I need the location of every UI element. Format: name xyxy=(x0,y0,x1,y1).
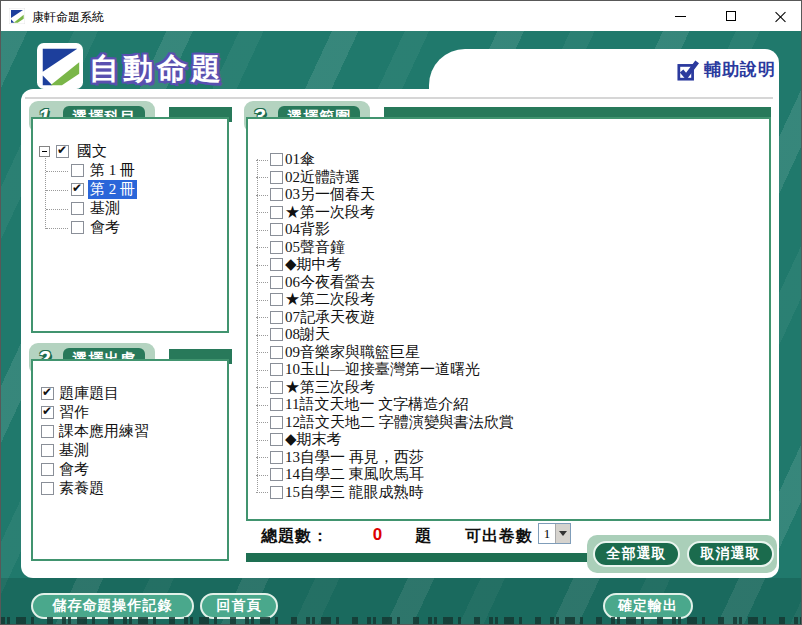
source-option-row[interactable]: 素養題 xyxy=(41,479,221,498)
tree-child-row[interactable]: 第 1 冊 xyxy=(39,161,223,180)
tree-child-label: 第 1 冊 xyxy=(88,161,137,180)
checkbox[interactable] xyxy=(270,223,283,236)
checkbox[interactable] xyxy=(270,381,283,394)
select-all-button[interactable]: 全部選取 xyxy=(593,541,680,567)
range-item-row[interactable]: 05聲音鐘 xyxy=(255,239,763,257)
range-item-row[interactable]: 11語文天地一 文字構造介紹 xyxy=(255,396,763,414)
tree-child-row[interactable]: 第 2 冊 xyxy=(39,180,223,199)
checkbox[interactable] xyxy=(41,387,54,400)
tree-root-row[interactable]: 國文 xyxy=(39,141,223,161)
source-option-row[interactable]: 基測 xyxy=(41,441,221,460)
range-item-label: 07記承天夜遊 xyxy=(285,308,375,327)
maximize-button[interactable] xyxy=(708,1,753,31)
checkbox[interactable] xyxy=(71,202,84,215)
tree-child-row[interactable]: 會考 xyxy=(39,218,223,237)
range-item-row[interactable]: ◆期末考 xyxy=(255,431,763,449)
source-option-row[interactable]: 題庫題目 xyxy=(41,384,221,403)
checkbox[interactable] xyxy=(270,206,283,219)
checkbox[interactable] xyxy=(270,258,283,271)
checkbox[interactable] xyxy=(270,328,283,341)
range-item-row[interactable]: ★第三次段考 xyxy=(255,379,763,397)
marquee-ticker xyxy=(1,617,802,625)
confirm-output-button[interactable]: 確定輸出 xyxy=(603,593,693,619)
dropdown-button[interactable] xyxy=(555,524,570,543)
tree-child-row[interactable]: 基測 xyxy=(39,199,223,218)
tree-child-label: 第 2 冊 xyxy=(88,180,137,199)
range-item-row[interactable]: 04背影 xyxy=(255,221,763,239)
checkbox[interactable] xyxy=(270,363,283,376)
checkbox[interactable] xyxy=(270,311,283,324)
paper-count-label: 可出卷數 xyxy=(465,526,533,547)
range-item-row[interactable]: 02近體詩選 xyxy=(255,169,763,187)
paper-count-value: 1 xyxy=(539,524,555,543)
checkbox[interactable] xyxy=(270,416,283,429)
checkbox[interactable] xyxy=(41,406,54,419)
range-item-row[interactable]: ★第一次段考 xyxy=(255,204,763,222)
checkbox[interactable] xyxy=(270,171,283,184)
checkbox[interactable] xyxy=(71,183,84,196)
range-item-row[interactable]: 06今夜看螢去 xyxy=(255,274,763,292)
checkbox[interactable] xyxy=(270,153,283,166)
checkbox[interactable] xyxy=(41,444,54,457)
checkbox[interactable] xyxy=(270,346,283,359)
window-title: 康軒命題系統 xyxy=(32,9,104,26)
range-item-row[interactable]: 10玉山—迎接臺灣第一道曙光 xyxy=(255,361,763,379)
minimize-icon xyxy=(675,16,686,17)
source-option-row[interactable]: 會考 xyxy=(41,460,221,479)
range-item-label: ★第二次段考 xyxy=(285,290,375,309)
checkbox[interactable] xyxy=(41,463,54,476)
close-button[interactable] xyxy=(758,1,802,31)
source-option-row[interactable]: 課本應用練習 xyxy=(41,422,221,441)
range-item-label: 03另一個春天 xyxy=(285,185,375,204)
range-item-row[interactable]: 12語文天地二 字體演變與書法欣賞 xyxy=(255,414,763,432)
maximize-icon xyxy=(726,11,736,21)
help-link[interactable]: 輔助說明 xyxy=(677,58,776,81)
checkbox[interactable] xyxy=(270,398,283,411)
range-item-label: 04背影 xyxy=(285,220,330,239)
checkbox[interactable] xyxy=(41,482,54,495)
checkbox[interactable] xyxy=(270,486,283,499)
checkbox[interactable] xyxy=(56,145,69,158)
range-item-row[interactable]: 15自學三 龍眼成熟時 xyxy=(255,484,763,502)
range-item-row[interactable]: ◆期中考 xyxy=(255,256,763,274)
range-item-row[interactable]: 08謝天 xyxy=(255,326,763,344)
checkbox[interactable] xyxy=(71,164,84,177)
home-button[interactable]: 回首頁 xyxy=(200,593,278,619)
range-item-label: 02近體詩選 xyxy=(285,168,360,187)
range-item-label: 11語文天地一 文字構造介紹 xyxy=(285,395,468,414)
chevron-down-icon xyxy=(559,531,567,536)
range-item-row[interactable]: 01傘 xyxy=(255,151,763,169)
deselect-button[interactable]: 取消選取 xyxy=(687,541,774,567)
range-item-row[interactable]: 09音樂家與職籃巨星 xyxy=(255,344,763,362)
total-questions-unit: 題 xyxy=(415,526,432,547)
range-item-label: 08謝天 xyxy=(285,325,330,344)
range-item-label: ◆期中考 xyxy=(285,255,342,274)
range-item-label: 15自學三 龍眼成熟時 xyxy=(285,483,424,502)
page-title: 自動命題 xyxy=(89,49,225,90)
paper-count-select[interactable]: 1 xyxy=(538,523,571,544)
checkbox[interactable] xyxy=(71,221,84,234)
range-item-label: ★第一次段考 xyxy=(285,203,375,222)
range-item-label: ◆期末考 xyxy=(285,430,342,449)
checkbox[interactable] xyxy=(270,188,283,201)
range-item-row[interactable]: ★第二次段考 xyxy=(255,291,763,309)
tree-collapse-icon[interactable] xyxy=(39,146,50,157)
checkbox[interactable] xyxy=(270,241,283,254)
range-item-row[interactable]: 13自學一 再見，西莎 xyxy=(255,449,763,467)
checkbox[interactable] xyxy=(270,293,283,306)
checkbox[interactable] xyxy=(270,433,283,446)
range-item-row[interactable]: 03另一個春天 xyxy=(255,186,763,204)
checkbox[interactable] xyxy=(270,276,283,289)
save-log-button[interactable]: 儲存命題操作記錄 xyxy=(31,593,194,619)
range-item-row[interactable]: 14自學二 東風吹馬耳 xyxy=(255,466,763,484)
checkbox[interactable] xyxy=(270,451,283,464)
source-option-row[interactable]: 習作 xyxy=(41,403,221,422)
tree-child-label: 基測 xyxy=(88,199,122,218)
minimize-button[interactable] xyxy=(658,1,703,31)
source-options: 題庫題目 習作 課本應用練習 基測 會考 xyxy=(41,384,221,498)
checkbox[interactable] xyxy=(41,425,54,438)
brand-logo xyxy=(37,43,83,89)
checkbox[interactable] xyxy=(270,468,283,481)
range-item-row[interactable]: 07記承天夜遊 xyxy=(255,309,763,327)
range-list: 01傘 02近體詩選 03另一個春天 ★第一次段考 04背影 xyxy=(255,151,763,501)
